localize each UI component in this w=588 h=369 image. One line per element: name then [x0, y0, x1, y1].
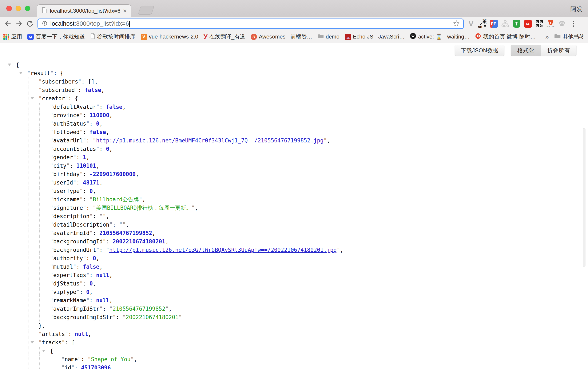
json-punct: { [75, 95, 78, 102]
indent-guide [17, 212, 17, 220]
download-json-button[interactable]: 下载JSON数据 [455, 45, 504, 56]
format-button[interactable]: 格式化 [511, 45, 541, 56]
address-bar[interactable]: localhost:3000/top_list?idx=6 [38, 19, 464, 29]
bookmark-item-active[interactable]: active: ⌛ - waiting… [410, 33, 470, 40]
collapse-caret-icon[interactable] [8, 64, 11, 66]
bookmark-item-demo[interactable]: demo [318, 33, 339, 40]
tampermonkey-shield-icon[interactable]: T [512, 19, 521, 28]
paw-icon[interactable] [558, 19, 566, 28]
tab-close-icon[interactable]: × [123, 8, 127, 14]
collapse-caret-icon[interactable] [31, 341, 34, 344]
json-punct: , [106, 129, 109, 135]
reload-button[interactable] [24, 18, 35, 29]
json-punct: : [78, 87, 85, 93]
json-punct: , [169, 306, 172, 312]
json-punct: : [106, 238, 113, 245]
json-quote: " [86, 120, 90, 127]
sitemap-icon[interactable] [501, 19, 509, 28]
bookmark-item-apps[interactable]: 应用 [3, 33, 22, 40]
indent-guide [28, 178, 28, 187]
folder-icon [318, 33, 324, 40]
page-info-icon[interactable] [42, 20, 48, 27]
json-quote: " [80, 196, 83, 203]
json-punct: { [50, 348, 53, 354]
indent-guide [28, 288, 28, 296]
json-line: "description": "", [0, 212, 588, 220]
translate-icon[interactable]: 英 en [478, 19, 487, 28]
vertical-scrollbar[interactable] [583, 128, 586, 267]
json-quote: " [96, 247, 99, 253]
json-punct: : [99, 146, 106, 152]
json-line: "remarkName": null, [0, 296, 588, 305]
json-quote: " [106, 247, 109, 253]
profile-name[interactable]: 阿发 [570, 5, 583, 13]
collapse-caret-icon[interactable] [42, 350, 45, 352]
json-line: "city": 110101, [0, 161, 588, 170]
new-tab-button[interactable] [138, 6, 154, 15]
json-punct: , [101, 87, 105, 93]
json-value-number: false [85, 87, 101, 93]
json-quote: " [50, 196, 53, 203]
bookmark-item-vue-hackernews[interactable]: V vue-hackernews-2.0 [141, 33, 198, 40]
json-value-number: 2002210674180201 [113, 238, 165, 245]
json-punct: : [68, 95, 75, 102]
json-value-link[interactable]: http://p1.music.126.net/o3G7lWrGBQAvSRt3… [109, 247, 337, 253]
json-key: artists [42, 331, 65, 337]
fast-forward-icon[interactable]: ▶▶ [524, 19, 532, 28]
collapse-caret-icon[interactable] [31, 97, 34, 100]
url-host: localhost [50, 20, 74, 27]
bookmark-item-weibo[interactable]: 我的首页 微博-随时… [475, 33, 536, 40]
json-key: backgroundImgId [53, 238, 103, 245]
indent-guide [28, 204, 28, 212]
json-line: "avatarImgIdStr": "2105564767199852", [0, 305, 588, 313]
browser-tab[interactable]: localhost:3000/top_list?idx=6 × [37, 4, 131, 17]
indent-guide [28, 195, 28, 204]
json-value-number: 48171 [83, 180, 99, 186]
qr-code-icon[interactable] [535, 19, 544, 28]
indent-guide [28, 136, 28, 145]
json-quote: " [50, 247, 53, 253]
bookmark-item-google-sort[interactable]: 谷歌按时间排序 [90, 33, 136, 40]
json-key: backgroundUrl [53, 247, 96, 253]
indent-guide [28, 279, 28, 288]
json-value-link[interactable]: http://p1.music.126.net/BmeUMF4Cr0f343lC… [96, 137, 324, 144]
json-line: "backgroundImgId": 2002210674180201, [0, 237, 588, 246]
traffic-light-zoom-button[interactable] [25, 6, 30, 11]
json-punct: : [99, 247, 106, 253]
bookmark-item-baidu[interactable]: 百度一下，你就知道 [27, 33, 85, 40]
traffic-light-close-button[interactable] [6, 6, 12, 11]
collapse-all-button[interactable]: 折叠所有 [541, 45, 577, 56]
other-bookmarks-folder[interactable]: 其他书签 [554, 33, 585, 40]
bookmark-item-echojs[interactable]: JS Echo JS - JavaScri… [345, 33, 405, 40]
json-key: detailDescription [53, 221, 109, 228]
json-key: id [65, 365, 71, 369]
json-quote: " [50, 129, 53, 135]
json-value-number: 0 [86, 289, 90, 295]
json-quote: " [83, 255, 86, 261]
bookmark-star-icon[interactable] [453, 20, 460, 28]
traffic-light-minimize-button[interactable] [16, 6, 21, 11]
bookmark-item-youdao[interactable]: У 在线翻译_有道 [203, 33, 245, 40]
indent-guide [28, 229, 28, 237]
json-punct: : [65, 339, 71, 346]
vue-devtools-icon[interactable]: V [467, 19, 475, 28]
back-button[interactable] [2, 18, 13, 29]
browser-toolbar: localhost:3000/top_list?idx=6 V 英 en FE … [0, 17, 588, 31]
forward-button[interactable] [13, 18, 24, 29]
indent-guide [28, 187, 28, 195]
indent-guide [39, 178, 40, 187]
json-punct: , [109, 112, 113, 119]
json-line: { [0, 60, 588, 69]
apps-grid-icon [3, 34, 9, 40]
indent-guide [28, 263, 28, 271]
fe-extension-icon[interactable]: FE [489, 19, 498, 28]
json-key: accountStatus [53, 146, 96, 152]
browser-menu-icon[interactable] [571, 21, 576, 27]
json-quote: " [191, 205, 195, 211]
collapse-caret-icon[interactable] [19, 72, 22, 74]
bookmark-item-awesomes[interactable]: A Awesomes - 前端资… [251, 33, 312, 40]
bookmarks-overflow-chevron[interactable]: » [545, 33, 549, 40]
json-value-string: 2002210674180201 [126, 314, 178, 320]
indent-guide [17, 204, 17, 212]
html5-player-icon[interactable]: 5 PLAYER [546, 19, 555, 28]
